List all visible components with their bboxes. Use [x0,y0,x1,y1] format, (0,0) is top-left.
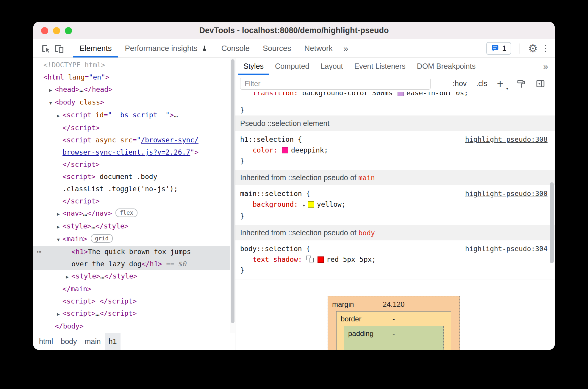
minimize-window-button[interactable] [53,27,60,34]
more-actions-icon[interactable]: ⋯ [37,246,42,258]
color-swatch[interactable] [318,256,324,263]
tree-node[interactable]: ▶<script id="__bs_script__">… [33,109,235,122]
tab-elements[interactable]: Elements [73,39,118,57]
code-token: "__bs_script__" [108,111,170,119]
tree-node[interactable]: <html lang="en"> [33,71,235,83]
styles-filter-input[interactable] [240,78,431,90]
tab-network[interactable]: Network [298,39,339,57]
tab-styles[interactable]: Styles [238,58,269,75]
tree-node-selected[interactable]: ⋯<h1>The quick brown fox jumps [33,246,235,258]
styles-scrollbar-thumb[interactable] [550,182,554,263]
zoom-window-button[interactable] [65,27,72,34]
rendering-icon[interactable] [517,79,526,88]
inherited-element-link[interactable]: body [358,229,375,237]
code-token: "en" [89,73,105,81]
titlebar: DevTools - localhost:8080/demo/highlight… [33,22,555,39]
css-property[interactable]: background: [253,200,302,208]
close-window-button[interactable] [41,27,48,34]
more-tabs-button[interactable]: » [339,39,353,57]
collapse-arrow-icon[interactable]: ▼ [54,234,62,246]
tree-node[interactable]: ▶<head>…</head> [33,83,235,96]
css-property[interactable]: color: [253,146,282,154]
source-link[interactable]: highlight-pseudo:304 [465,243,548,254]
breadcrumb-html[interactable]: html [35,333,57,350]
box-model-padding[interactable]: padding - [344,326,444,350]
css-property[interactable]: transition: [253,92,298,97]
code-token: </script> [100,297,137,305]
color-swatch[interactable] [308,201,314,208]
code-token: <main> [62,235,87,243]
tree-node[interactable]: ▼<body class> [33,96,235,109]
padding-label: padding [344,329,373,338]
shadow-editor-icon[interactable] [306,256,315,263]
tree-node[interactable]: </main> [33,283,235,295]
expand-arrow-icon[interactable]: ▶ [54,221,62,233]
settings-gear-icon[interactable]: ⚙ [528,43,538,54]
clipped-rule: transition: background-color 300ms ease-… [235,92,555,104]
tree-node-selected[interactable]: over the lazy dog</h1> == $0 [33,258,235,270]
messages-button[interactable]: 1 [486,42,511,55]
rule-selector[interactable]: body::selection { [240,243,310,254]
expand-arrow-icon[interactable]: ▶ [54,308,62,320]
tree-node[interactable]: <script> </script> [33,295,235,307]
expand-arrow-icon[interactable]: ▶ [54,208,62,220]
code-token: " [137,136,141,144]
rule-selector[interactable]: main::selection { [240,188,310,199]
tree-node[interactable]: ▶<nav>…</nav>flex [33,207,235,220]
tree-node[interactable]: </html> [33,332,235,333]
tree-node[interactable]: .classList .toggle('no-js'); [33,183,235,195]
tab-computed[interactable]: Computed [269,58,315,75]
expand-arrow-icon[interactable]: ▶ [46,84,55,96]
tab-event-listeners[interactable]: Event Listeners [349,58,411,75]
source-link[interactable]: highlight-pseudo:300 [465,188,548,199]
box-model-margin[interactable]: margin 24.120 border - padding [328,296,460,350]
collapse-arrow-icon[interactable]: ▼ [46,97,55,109]
tree-node[interactable]: ▶<style>…</style> [33,270,235,283]
tree-node[interactable]: ▶<style>…</style> [33,220,235,233]
css-declaration[interactable]: background: ▸yellow; [240,199,548,211]
code-token [116,136,120,144]
device-toolbar-icon[interactable] [52,42,65,55]
css-property[interactable]: text-shadow: [253,256,306,263]
css-declaration[interactable]: text-shadow: red 5px 5px; [240,254,548,265]
rule-selector[interactable]: h1::selection { [240,134,302,145]
new-style-rule-button[interactable]: +▾ [497,78,507,89]
tab-layout[interactable]: Layout [315,58,348,75]
source-link[interactable]: highlight-pseudo:308 [465,134,548,145]
inspect-cursor-icon[interactable] [39,42,52,55]
tree-node[interactable]: <!DOCTYPE html> [33,59,235,71]
elements-scrollbar[interactable] [230,58,235,333]
css-declaration[interactable]: color: deeppink; [240,145,548,155]
grid-badge[interactable]: grid [91,234,113,243]
tree-node[interactable]: <script async src="/browser-sync/ [33,134,235,146]
tab-sources[interactable]: Sources [256,39,298,57]
pseudo-state-toggle[interactable]: :hov [453,79,467,88]
tab-dom-breakpoints[interactable]: DOM Breakpoints [411,58,481,75]
breadcrumb-body[interactable]: body [57,333,81,350]
tree-node[interactable]: </script> [33,158,235,171]
tree-node[interactable]: browser-sync-client.js?v=2.26.7"> [33,146,235,158]
breadcrumb-h1[interactable]: h1 [105,333,121,350]
sidebar-toggle-icon[interactable] [536,79,545,88]
more-sidebar-tabs-button[interactable]: » [539,58,552,75]
flex-badge[interactable]: flex [115,208,137,217]
tab-performance-insights[interactable]: Performance insights [118,39,215,57]
shorthand-expand-icon[interactable]: ▸ [303,200,306,211]
breadcrumb-main[interactable]: main [81,333,104,350]
tree-node[interactable]: </script> [33,122,235,134]
expand-arrow-icon[interactable]: ▶ [63,271,71,283]
color-swatch[interactable] [398,92,404,96]
tree-node[interactable]: ▶<script>…</script> [33,307,235,320]
tree-node[interactable]: <script> document .body [33,171,235,183]
element-class-toggle[interactable]: .cls [476,79,487,88]
scrollbar-thumb[interactable] [231,59,234,323]
tree-node[interactable]: </script> [33,195,235,207]
color-swatch[interactable] [282,147,288,153]
expand-arrow-icon[interactable]: ▶ [54,110,62,122]
tab-console[interactable]: Console [215,39,256,57]
box-model-border[interactable]: border - padding - [336,311,451,350]
kebab-menu-icon[interactable] [542,42,549,55]
tree-node[interactable]: </body> [33,320,235,332]
tree-node[interactable]: ▼<main>grid [33,233,235,246]
inherited-element-link[interactable]: main [358,174,375,182]
